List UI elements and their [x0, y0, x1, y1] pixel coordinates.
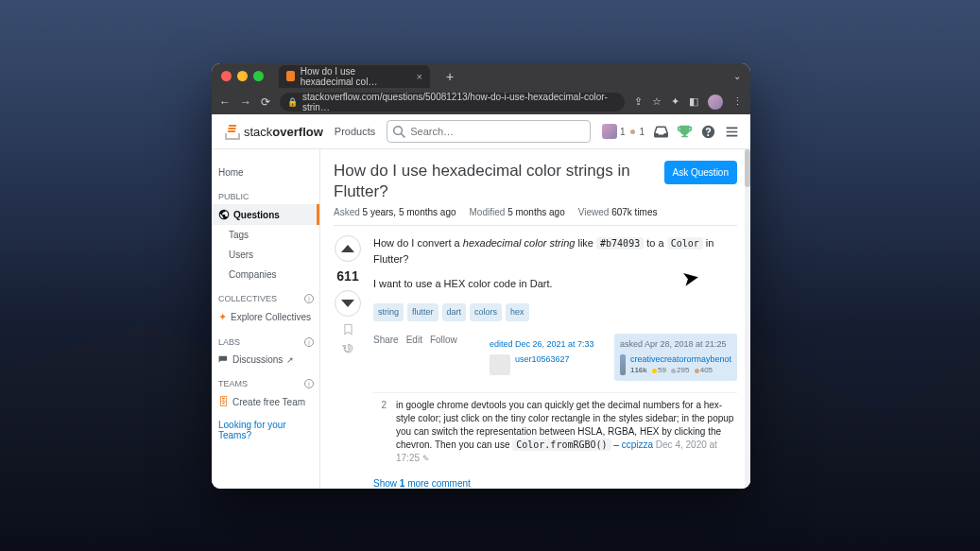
sidebar-label: Create free Team	[232, 397, 305, 407]
sidebar-item-home[interactable]: Home	[212, 163, 319, 182]
tag[interactable]: flutter	[407, 303, 438, 322]
browser-tab[interactable]: How do I use hexadecimal col… ×	[279, 65, 430, 88]
sidebar-heading-collectives: COLLECTIVESi	[212, 284, 319, 306]
tag[interactable]: string	[373, 303, 404, 322]
logo[interactable]: stackoverflow	[223, 123, 323, 140]
tag-list: string flutter dart colors hex	[373, 303, 737, 322]
address-field[interactable]: 🔒 stackoverflow.com/questions/50081213/h…	[280, 93, 625, 112]
bronze-badge-icon	[630, 129, 635, 134]
bronze-count: 1	[639, 127, 645, 137]
code-inline: #b74093	[596, 237, 644, 250]
trophy-icon[interactable]	[678, 125, 692, 139]
url-text: stackoverflow.com/questions/50081213/how…	[302, 92, 617, 112]
comment-author[interactable]: ccpizza	[622, 439, 653, 450]
avatar-icon[interactable]	[620, 354, 626, 375]
scrollbar-thumb[interactable]	[745, 149, 750, 187]
info-icon[interactable]: i	[304, 337, 314, 347]
avatar-icon[interactable]	[490, 354, 510, 375]
tag[interactable]: colors	[470, 303, 502, 322]
user-reputation[interactable]: 1 1	[602, 124, 645, 139]
vote-column: 611	[334, 235, 362, 489]
lock-icon: 🔒	[287, 97, 298, 107]
sidebar-item-discussions[interactable]: Discussions ↗	[212, 350, 319, 370]
pencil-icon: ✎	[422, 454, 430, 463]
search-box[interactable]	[387, 120, 591, 143]
url-bar: ← → ⟳ 🔒 stackoverflow.com/questions/5008…	[212, 89, 750, 114]
external-link-icon: ↗	[286, 355, 294, 365]
tag[interactable]: dart	[442, 303, 467, 322]
briefcase-icon: 🗄	[218, 396, 229, 407]
share-link[interactable]: Share	[373, 333, 399, 347]
maximize-window-icon[interactable]	[253, 71, 264, 81]
sidebar-heading-labs: LABSi	[212, 328, 319, 350]
question-title: How do I use hexadecimal color strings i…	[334, 161, 655, 202]
globe-icon	[218, 209, 230, 220]
share-icon[interactable]: ⇪	[634, 95, 643, 108]
hamburger-icon[interactable]	[725, 125, 739, 139]
info-icon[interactable]: i	[304, 379, 314, 388]
editor-card: edited Dec 26, 2021 at 7:33 user10563627	[484, 334, 607, 381]
bookmark-star-icon[interactable]: ☆	[652, 95, 662, 108]
edited-time[interactable]: edited Dec 26, 2021 at 7:33	[490, 339, 594, 349]
show-more-comments[interactable]: Show 1 more comment	[373, 476, 737, 489]
silver-badge-icon	[671, 369, 676, 373]
main-content: How do I use hexadecimal color strings i…	[320, 149, 750, 489]
upvote-button[interactable]	[335, 235, 361, 262]
minimize-window-icon[interactable]	[237, 71, 248, 81]
teams-link[interactable]: Looking for your Teams?	[212, 412, 319, 448]
question-meta: Asked 5 years, 5 months ago Modified 5 m…	[334, 207, 737, 226]
owner-stats: 116k 59 295 405	[630, 365, 731, 376]
chevron-down-icon	[341, 300, 354, 307]
bookmark-icon[interactable]	[342, 323, 354, 336]
titlebar: How do I use hexadecimal col… × + ⌄	[212, 63, 750, 89]
reload-button[interactable]: ⟳	[261, 95, 270, 109]
scrollbar[interactable]	[745, 149, 750, 489]
new-tab-button[interactable]: +	[441, 68, 458, 85]
editor-username[interactable]: user10563627	[515, 354, 570, 365]
sidebar-item-tags[interactable]: Tags	[212, 225, 319, 245]
nav-products[interactable]: Products	[335, 126, 375, 137]
forward-button[interactable]: →	[240, 95, 251, 109]
bronze-badge-icon	[695, 369, 699, 373]
ask-question-button[interactable]: Ask Question	[664, 161, 737, 184]
favicon-icon	[286, 71, 295, 81]
chevron-up-icon	[341, 245, 354, 252]
tabs-chevron-icon[interactable]: ⌄	[733, 71, 741, 81]
search-icon	[393, 126, 405, 138]
tab-close-icon[interactable]: ×	[417, 71, 422, 82]
sidebar-label: Questions	[233, 210, 280, 220]
user-avatar-icon	[602, 124, 617, 139]
comment-score: 2	[373, 399, 387, 465]
sidebar: Home PUBLIC Questions Tags Users Compani…	[212, 149, 320, 489]
sidebar-item-users[interactable]: Users	[212, 245, 319, 265]
chat-icon	[218, 354, 229, 365]
follow-link[interactable]: Follow	[430, 333, 457, 347]
star-burst-icon: ✦	[218, 311, 227, 323]
logo-icon	[223, 123, 240, 140]
sidebar-label: Explore Collectives	[231, 312, 311, 322]
code-inline: Color.fromRGBO()	[512, 439, 610, 451]
edit-link[interactable]: Edit	[406, 333, 422, 347]
owner-card: asked Apr 28, 2018 at 21:25 creativecrea…	[614, 334, 737, 381]
back-button[interactable]: ←	[219, 95, 231, 109]
sidebar-item-companies[interactable]: Companies	[212, 265, 319, 284]
help-icon[interactable]	[701, 125, 715, 139]
info-icon[interactable]: i	[304, 294, 314, 303]
extensions-icon[interactable]: ✦	[671, 95, 679, 108]
search-input[interactable]	[410, 126, 584, 137]
sidebar-item-explore-collectives[interactable]: ✦ Explore Collectives	[212, 306, 319, 328]
tag[interactable]: hex	[506, 303, 529, 322]
close-window-icon[interactable]	[221, 71, 232, 81]
vote-score: 611	[336, 268, 358, 284]
sidebar-item-create-team[interactable]: 🗄 Create free Team	[212, 391, 319, 412]
sidebar-item-questions[interactable]: Questions	[212, 204, 319, 225]
kebab-menu-icon[interactable]: ⋮	[732, 95, 743, 108]
history-icon[interactable]	[342, 342, 354, 354]
downvote-button[interactable]	[335, 290, 361, 317]
profile-avatar-icon[interactable]	[708, 95, 723, 110]
panel-icon[interactable]: ◧	[689, 95, 698, 108]
owner-username[interactable]: creativecreatorormaybenot	[630, 354, 731, 365]
comment: 2 in google chrome devtools you can quic…	[373, 392, 737, 471]
inbox-icon[interactable]	[654, 125, 668, 139]
code-inline: Color	[667, 237, 703, 250]
